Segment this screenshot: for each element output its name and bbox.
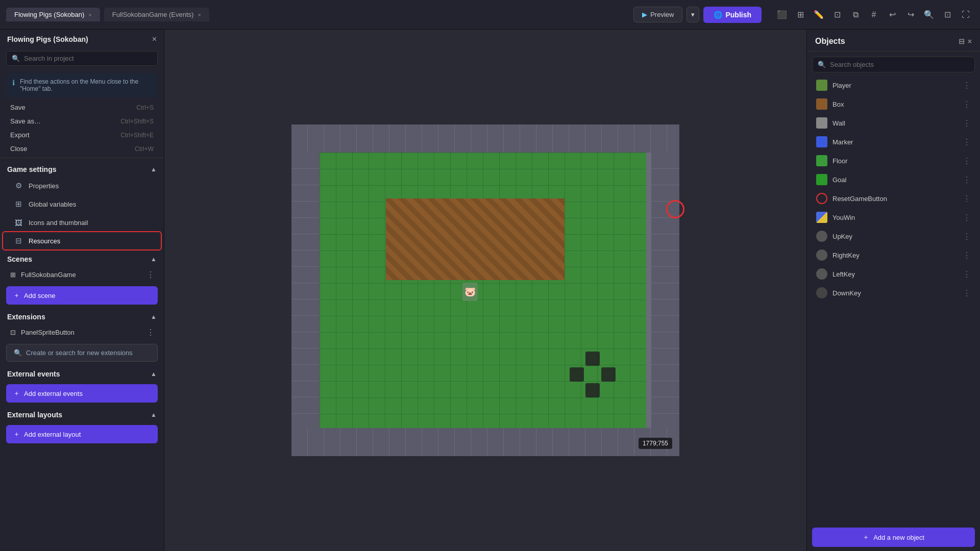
scenes-chevron: ▲: [151, 256, 157, 263]
sidebar-item-properties[interactable]: ⚙ Properties: [3, 177, 161, 194]
add-scene-button[interactable]: ＋ Add scene: [6, 286, 158, 305]
add-external-events-button[interactable]: ＋ Add external events: [6, 384, 158, 403]
objects-search-input[interactable]: [830, 61, 969, 68]
search-extensions-button[interactable]: 🔍 Create or search for new extensions: [6, 344, 158, 362]
info-text: Find these actions on the Menu close to …: [20, 78, 152, 92]
sidebar-item-icons-thumbnail[interactable]: 🖼 Icons and thumbnail: [3, 214, 161, 231]
pencil-icon[interactable]: ✏️: [811, 7, 827, 23]
leftkey-object-dots[interactable]: ⋮: [963, 269, 971, 279]
objects-icon[interactable]: ⬛: [774, 7, 790, 23]
instances-icon[interactable]: ⊞: [792, 7, 808, 23]
preview-button[interactable]: ▶ Preview: [633, 7, 682, 22]
object-item-reset[interactable]: ResetGameButton ⋮: [810, 189, 977, 208]
menu-save-as[interactable]: Save as… Ctrl+Shift+S: [0, 114, 164, 128]
add-new-object-button[interactable]: ＋ Add a new object: [812, 528, 975, 547]
filter-icon[interactable]: ⊟: [959, 37, 965, 45]
dpad-left[interactable]: [570, 367, 584, 382]
external-layouts-chevron: ▲: [151, 411, 157, 418]
scene-tab[interactable]: FullSokobanGame (Events) ×: [104, 8, 209, 21]
player-object-name: Player: [832, 82, 851, 89]
points-icon[interactable]: ⊡: [829, 7, 845, 23]
undo-icon[interactable]: ↩: [884, 7, 900, 23]
scene-item-fullsokobangame[interactable]: ⊞ FullSokobanGame ⋮: [0, 266, 164, 283]
grid-icon[interactable]: #: [866, 7, 882, 23]
add-ext-events-plus-icon: ＋: [13, 389, 20, 398]
menu-export[interactable]: Export Ctrl+Shift+E: [0, 128, 164, 142]
layers-icon[interactable]: ⧉: [847, 7, 864, 23]
object-item-player[interactable]: Player ⋮: [810, 76, 977, 94]
menu-save[interactable]: Save Ctrl+S: [0, 101, 164, 114]
search-input[interactable]: [24, 55, 152, 62]
youwin-object-name: YouWin: [832, 214, 855, 221]
publish-button[interactable]: 🌐 Publish: [703, 7, 762, 23]
external-layouts-title: External layouts: [7, 411, 62, 419]
object-item-floor[interactable]: Floor ⋮: [810, 152, 977, 170]
search-bar[interactable]: 🔍: [6, 51, 158, 66]
objects-search-bar[interactable]: 🔍: [812, 57, 975, 72]
sidebar-item-global-variables[interactable]: ⊞ Global variables: [3, 195, 161, 213]
object-item-goal[interactable]: Goal ⋮: [810, 170, 977, 189]
youwin-object-dots[interactable]: ⋮: [963, 213, 971, 222]
panel-close-icon[interactable]: ×: [968, 37, 972, 45]
sidebar-item-resources[interactable]: ⊟ Resources: [3, 232, 161, 249]
object-item-downkey[interactable]: DownKey ⋮: [810, 284, 977, 302]
canvas-area[interactable]: 🐷 1779;755: [164, 30, 806, 551]
game-settings-header[interactable]: Game settings ▲: [0, 160, 164, 177]
redo-icon[interactable]: ↪: [902, 7, 919, 23]
canvas-coordinates: 1779;755: [639, 438, 672, 449]
box-object-dots[interactable]: ⋮: [963, 99, 971, 109]
fullscreen-icon[interactable]: ⛶: [958, 7, 974, 23]
object-item-wall[interactable]: Wall ⋮: [810, 114, 977, 132]
dpad-down[interactable]: [585, 383, 600, 397]
external-events-chevron: ▲: [151, 370, 157, 378]
external-events-header[interactable]: External events ▲: [0, 365, 164, 381]
add-scene-plus-icon: ＋: [13, 291, 20, 300]
search-ext-icon: 🔍: [14, 349, 22, 357]
menu-close[interactable]: Close Ctrl+W: [0, 142, 164, 156]
properties-label: Properties: [29, 182, 59, 190]
app-tab[interactable]: Flowing Pigs (Sokoban) ×: [6, 8, 100, 21]
add-external-layout-button[interactable]: ＋ Add external layout: [6, 425, 158, 443]
object-item-upkey[interactable]: UpKey ⋮: [810, 227, 977, 245]
object-item-youwin[interactable]: YouWin ⋮: [810, 208, 977, 227]
goal-object-dots[interactable]: ⋮: [963, 175, 971, 185]
game-inner: 🐷: [320, 153, 646, 428]
extensions-header[interactable]: Extensions ▲: [0, 308, 164, 324]
globe-icon: 🌐: [714, 11, 722, 19]
scene-dots-button[interactable]: ⋮: [144, 270, 157, 280]
sidebar-close-button[interactable]: ×: [152, 35, 157, 44]
extensions-chevron: ▲: [151, 313, 157, 320]
scenes-header[interactable]: Scenes ▲: [0, 250, 164, 266]
downkey-object-icon: [816, 287, 827, 298]
object-item-marker[interactable]: Marker ⋮: [810, 133, 977, 151]
object-list: Player ⋮ Box ⋮ Wall ⋮: [807, 76, 980, 523]
wall-object-dots[interactable]: ⋮: [963, 118, 971, 128]
object-item-rightkey[interactable]: RightKey ⋮: [810, 246, 977, 264]
publish-label: Publish: [725, 11, 751, 19]
object-item-box[interactable]: Box ⋮: [810, 95, 977, 113]
panel-title-icons: ⊟ ×: [959, 37, 972, 45]
rightkey-object-dots[interactable]: ⋮: [963, 251, 971, 260]
downkey-object-dots[interactable]: ⋮: [963, 288, 971, 298]
app-tab-close[interactable]: ×: [88, 12, 91, 18]
preview-dropdown-button[interactable]: ▾: [687, 7, 699, 22]
zoom-out-icon[interactable]: 🔍: [921, 7, 937, 23]
objects-panel-title: Objects ⊟ ×: [807, 30, 980, 52]
wall-object-icon: [816, 117, 827, 129]
resources-label: Resources: [29, 237, 60, 245]
extension-icon: ⊡: [10, 329, 16, 336]
marker-object-dots[interactable]: ⋮: [963, 137, 971, 147]
extension-dots-button[interactable]: ⋮: [144, 328, 157, 337]
upkey-object-dots[interactable]: ⋮: [963, 232, 971, 241]
extension-item-panelspritebutton[interactable]: ⊡ PanelSpriteButton ⋮: [0, 324, 164, 341]
object-item-leftkey[interactable]: LeftKey ⋮: [810, 265, 977, 283]
player-object-dots[interactable]: ⋮: [963, 81, 971, 90]
dpad-up[interactable]: [585, 352, 600, 366]
dpad-right[interactable]: [601, 367, 616, 382]
external-layouts-header[interactable]: External layouts ▲: [0, 406, 164, 422]
scene-tab-close[interactable]: ×: [198, 12, 201, 18]
floor-object-dots[interactable]: ⋮: [963, 156, 971, 166]
resize-icon[interactable]: ⊡: [939, 7, 955, 23]
reset-object-dots[interactable]: ⋮: [963, 194, 971, 204]
player-character: 🐷: [462, 283, 478, 301]
